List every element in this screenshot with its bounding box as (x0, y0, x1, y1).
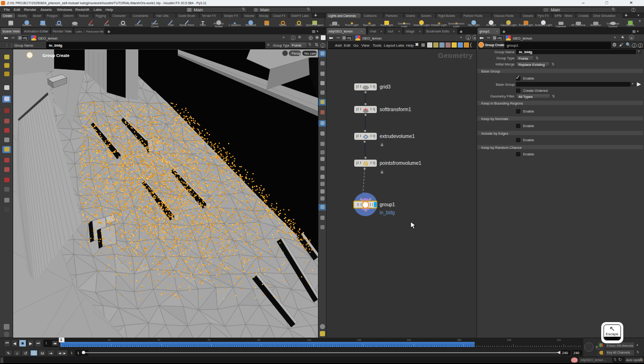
svg-text:Persp: Persp (292, 51, 301, 56)
svg-text:Group Create: Group Create (42, 53, 70, 58)
svg-text:No cam: No cam (304, 51, 317, 56)
